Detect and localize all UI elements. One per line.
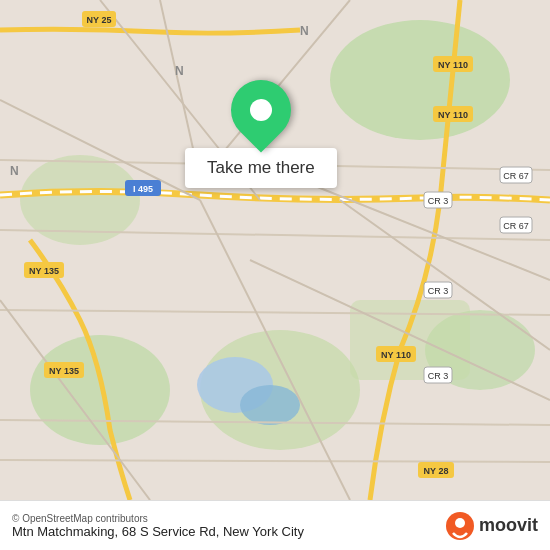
moovit-logo: moovit xyxy=(445,511,538,541)
svg-point-3 xyxy=(30,335,170,445)
pin-inner-circle xyxy=(250,99,272,121)
svg-text:I 495: I 495 xyxy=(133,184,153,194)
location-pin-overlay: Take me there xyxy=(185,80,337,188)
bottom-bar: © OpenStreetMap contributors Mtn Matchma… xyxy=(0,500,550,550)
svg-text:N: N xyxy=(175,64,184,78)
svg-text:CR 67: CR 67 xyxy=(503,221,529,231)
svg-text:NY 110: NY 110 xyxy=(381,350,411,360)
svg-text:NY 28: NY 28 xyxy=(424,466,449,476)
moovit-brand-text: moovit xyxy=(479,515,538,536)
svg-text:CR 67: CR 67 xyxy=(503,171,529,181)
svg-text:CR 3: CR 3 xyxy=(428,371,449,381)
svg-text:CR 3: CR 3 xyxy=(428,286,449,296)
svg-text:CR 3: CR 3 xyxy=(428,196,449,206)
svg-text:NY 135: NY 135 xyxy=(29,266,59,276)
location-pin-icon xyxy=(218,68,303,153)
svg-text:NY 110: NY 110 xyxy=(438,110,468,120)
svg-text:N: N xyxy=(10,164,19,178)
map-background: NY 25 NY 110 NY 110 NY 110 I 495 NY 135 … xyxy=(0,0,550,500)
location-address: Mtn Matchmaking, 68 S Service Rd, New Yo… xyxy=(12,524,304,539)
take-me-there-button[interactable]: Take me there xyxy=(185,148,337,188)
svg-point-53 xyxy=(455,518,465,528)
svg-point-1 xyxy=(330,20,510,140)
svg-text:N: N xyxy=(300,24,309,38)
osm-attribution: © OpenStreetMap contributors xyxy=(12,513,304,524)
moovit-logo-icon xyxy=(445,511,475,541)
svg-text:NY 25: NY 25 xyxy=(87,15,112,25)
map-container: NY 25 NY 110 NY 110 NY 110 I 495 NY 135 … xyxy=(0,0,550,500)
svg-point-8 xyxy=(240,385,300,425)
bottom-left-info: © OpenStreetMap contributors Mtn Matchma… xyxy=(12,513,304,539)
svg-text:NY 110: NY 110 xyxy=(438,60,468,70)
svg-text:NY 135: NY 135 xyxy=(49,366,79,376)
